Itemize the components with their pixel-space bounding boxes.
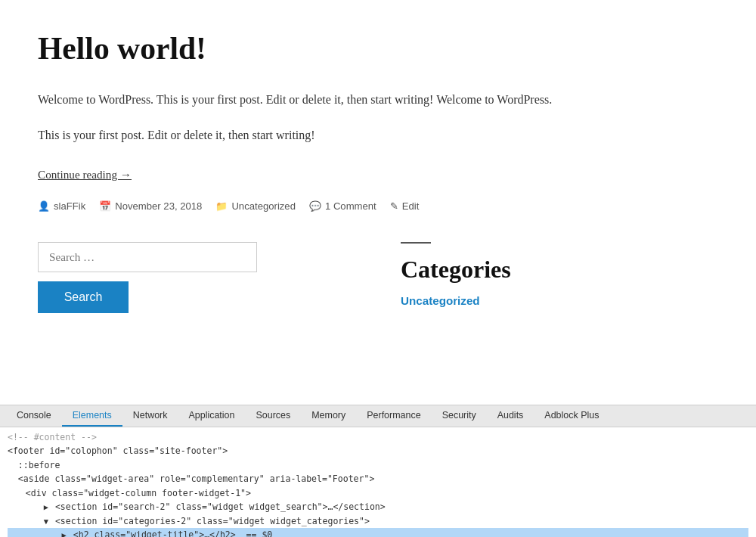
search-button[interactable]: Search (38, 281, 129, 313)
edit-link[interactable]: Edit (402, 200, 420, 212)
category-link-uncategorized[interactable]: Uncategorized (401, 294, 480, 307)
meta-edit[interactable]: ✎ Edit (390, 200, 420, 212)
meta-date: 📅 November 23, 2018 (99, 200, 202, 212)
comment-icon: 💬 (309, 200, 321, 212)
meta-comments: 💬 1 Comment (309, 200, 376, 212)
widgets-area: Search Categories Uncategorized (38, 242, 718, 313)
search-form: Search (38, 242, 355, 313)
calendar-icon: 📅 (99, 200, 111, 212)
post-meta: 👤 slaFFik 📅 November 23, 2018 📁 Uncatego… (38, 200, 718, 212)
meta-author: 👤 slaFFik (38, 200, 85, 212)
folder-icon: 📁 (215, 200, 228, 212)
author-name: slaFFik (54, 200, 85, 212)
post-body-line1: Welcome to WordPress. This is your first… (38, 89, 718, 110)
categories-widget: Categories Uncategorized (401, 242, 718, 313)
search-widget: Search (38, 242, 355, 313)
post-title: Hello world! (38, 30, 718, 67)
comment-count: 1 Comment (325, 200, 376, 212)
meta-category: 📁 Uncategorized (215, 200, 296, 212)
post-date: November 23, 2018 (115, 200, 202, 212)
edit-icon: ✎ (390, 200, 398, 212)
post-category: Uncategorized (231, 200, 296, 212)
search-input[interactable] (38, 242, 257, 272)
categories-divider (401, 242, 431, 244)
continue-reading-link[interactable]: Continue reading → (38, 168, 132, 182)
author-icon: 👤 (38, 200, 50, 212)
categories-title: Categories (401, 256, 718, 284)
post-body-line2: This is your first post. Edit or delete … (38, 125, 718, 145)
